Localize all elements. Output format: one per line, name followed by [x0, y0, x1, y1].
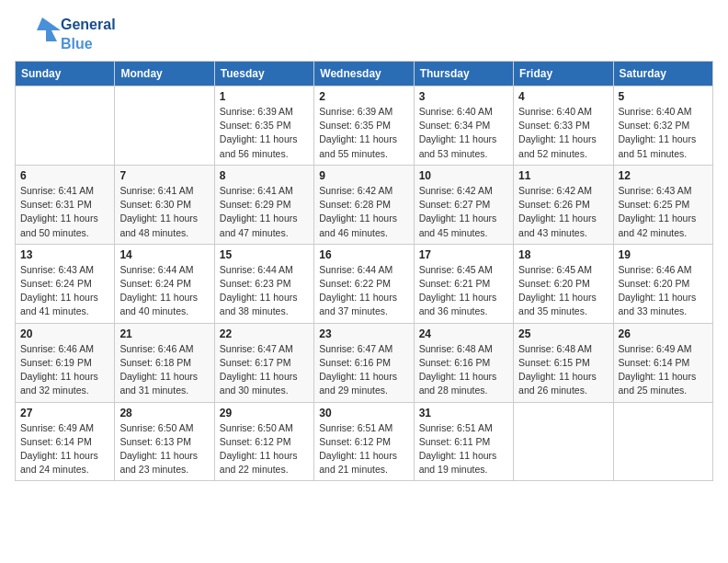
logo-svg: [15, 16, 61, 52]
day-cell: 22Sunrise: 6:47 AM Sunset: 6:17 PM Dayli…: [214, 323, 313, 402]
day-detail: Sunrise: 6:44 AM Sunset: 6:23 PM Dayligh…: [220, 263, 309, 319]
day-detail: Sunrise: 6:51 AM Sunset: 6:11 PM Dayligh…: [419, 421, 508, 477]
logo-general: General: [61, 17, 116, 32]
day-number: 30: [319, 407, 408, 419]
day-detail: Sunrise: 6:42 AM Sunset: 6:28 PM Dayligh…: [319, 184, 408, 240]
day-number: 23: [319, 327, 408, 340]
day-cell: 14Sunrise: 6:44 AM Sunset: 6:24 PM Dayli…: [115, 244, 214, 323]
calendar: SundayMondayTuesdayWednesdayThursdayFrid…: [15, 61, 713, 481]
day-number: 25: [518, 327, 608, 340]
header-cell-sunday: Sunday: [16, 62, 115, 86]
day-detail: Sunrise: 6:46 AM Sunset: 6:18 PM Dayligh…: [119, 342, 209, 398]
day-detail: Sunrise: 6:45 AM Sunset: 6:21 PM Dayligh…: [419, 263, 508, 319]
day-number: 21: [119, 327, 209, 340]
logo: GeneralBlue: [15, 15, 116, 53]
day-number: 22: [220, 327, 309, 340]
day-number: 7: [119, 169, 209, 182]
day-cell: 16Sunrise: 6:44 AM Sunset: 6:22 PM Dayli…: [314, 244, 414, 323]
day-detail: Sunrise: 6:46 AM Sunset: 6:19 PM Dayligh…: [20, 342, 109, 398]
day-number: 10: [419, 169, 508, 182]
day-number: 16: [319, 248, 408, 261]
day-detail: Sunrise: 6:50 AM Sunset: 6:13 PM Dayligh…: [119, 421, 209, 477]
day-cell: 10Sunrise: 6:42 AM Sunset: 6:27 PM Dayli…: [414, 165, 513, 244]
day-detail: Sunrise: 6:41 AM Sunset: 6:31 PM Dayligh…: [20, 184, 109, 240]
day-cell: 21Sunrise: 6:46 AM Sunset: 6:18 PM Dayli…: [115, 323, 214, 402]
day-cell: 26Sunrise: 6:49 AM Sunset: 6:14 PM Dayli…: [613, 323, 712, 402]
day-number: 19: [619, 248, 708, 261]
day-detail: Sunrise: 6:40 AM Sunset: 6:32 PM Dayligh…: [619, 105, 708, 161]
day-cell: 6Sunrise: 6:41 AM Sunset: 6:31 PM Daylig…: [16, 165, 115, 244]
day-detail: Sunrise: 6:47 AM Sunset: 6:16 PM Dayligh…: [319, 342, 408, 398]
day-number: 24: [419, 327, 508, 340]
header: GeneralBlue: [15, 15, 713, 53]
header-cell-monday: Monday: [115, 62, 214, 86]
day-cell: [115, 86, 214, 166]
day-cell: 1Sunrise: 6:39 AM Sunset: 6:35 PM Daylig…: [214, 86, 313, 166]
day-number: 14: [119, 248, 209, 261]
day-number: 6: [20, 169, 109, 182]
day-cell: 8Sunrise: 6:41 AM Sunset: 6:29 PM Daylig…: [214, 165, 313, 244]
day-cell: [613, 402, 712, 481]
day-cell: 27Sunrise: 6:49 AM Sunset: 6:14 PM Dayli…: [16, 402, 115, 481]
day-detail: Sunrise: 6:41 AM Sunset: 6:30 PM Dayligh…: [119, 184, 209, 240]
header-cell-friday: Friday: [514, 62, 613, 86]
day-cell: 5Sunrise: 6:40 AM Sunset: 6:32 PM Daylig…: [613, 86, 712, 166]
day-cell: 23Sunrise: 6:47 AM Sunset: 6:16 PM Dayli…: [314, 323, 414, 402]
week-row-3: 13Sunrise: 6:43 AM Sunset: 6:24 PM Dayli…: [16, 244, 713, 323]
day-detail: Sunrise: 6:42 AM Sunset: 6:26 PM Dayligh…: [518, 184, 608, 240]
day-number: 31: [419, 407, 508, 419]
week-row-5: 27Sunrise: 6:49 AM Sunset: 6:14 PM Dayli…: [16, 402, 713, 481]
day-cell: 20Sunrise: 6:46 AM Sunset: 6:19 PM Dayli…: [16, 323, 115, 402]
day-number: 3: [419, 90, 508, 103]
day-number: 20: [20, 327, 109, 340]
day-detail: Sunrise: 6:45 AM Sunset: 6:20 PM Dayligh…: [518, 263, 608, 319]
day-number: 2: [319, 90, 408, 103]
week-row-2: 6Sunrise: 6:41 AM Sunset: 6:31 PM Daylig…: [16, 165, 713, 244]
day-cell: 24Sunrise: 6:48 AM Sunset: 6:16 PM Dayli…: [414, 323, 513, 402]
header-cell-thursday: Thursday: [414, 62, 513, 86]
day-detail: Sunrise: 6:40 AM Sunset: 6:33 PM Dayligh…: [518, 105, 608, 161]
day-cell: 29Sunrise: 6:50 AM Sunset: 6:12 PM Dayli…: [214, 402, 313, 481]
day-number: 8: [220, 169, 309, 182]
day-detail: Sunrise: 6:44 AM Sunset: 6:22 PM Dayligh…: [319, 263, 408, 319]
day-cell: 31Sunrise: 6:51 AM Sunset: 6:11 PM Dayli…: [414, 402, 513, 481]
day-detail: Sunrise: 6:43 AM Sunset: 6:25 PM Dayligh…: [619, 184, 708, 240]
day-detail: Sunrise: 6:49 AM Sunset: 6:14 PM Dayligh…: [20, 421, 109, 477]
day-cell: 30Sunrise: 6:51 AM Sunset: 6:12 PM Dayli…: [314, 402, 414, 481]
calendar-header: SundayMondayTuesdayWednesdayThursdayFrid…: [16, 62, 713, 86]
header-cell-wednesday: Wednesday: [314, 62, 414, 86]
logo-blue: Blue: [61, 36, 93, 52]
day-cell: 18Sunrise: 6:45 AM Sunset: 6:20 PM Dayli…: [514, 244, 613, 323]
day-cell: 12Sunrise: 6:43 AM Sunset: 6:25 PM Dayli…: [613, 165, 712, 244]
day-number: 12: [619, 169, 708, 182]
day-number: 1: [220, 90, 309, 103]
day-number: 28: [119, 407, 209, 419]
day-cell: 4Sunrise: 6:40 AM Sunset: 6:33 PM Daylig…: [514, 86, 613, 166]
day-number: 11: [518, 169, 608, 182]
day-detail: Sunrise: 6:44 AM Sunset: 6:24 PM Dayligh…: [119, 263, 209, 319]
day-cell: 2Sunrise: 6:39 AM Sunset: 6:35 PM Daylig…: [314, 86, 414, 166]
header-cell-tuesday: Tuesday: [214, 62, 313, 86]
day-detail: Sunrise: 6:49 AM Sunset: 6:14 PM Dayligh…: [619, 342, 708, 398]
day-cell: 3Sunrise: 6:40 AM Sunset: 6:34 PM Daylig…: [414, 86, 513, 166]
calendar-body: 1Sunrise: 6:39 AM Sunset: 6:35 PM Daylig…: [16, 86, 713, 481]
day-number: 17: [419, 248, 508, 261]
week-row-4: 20Sunrise: 6:46 AM Sunset: 6:19 PM Dayli…: [16, 323, 713, 402]
day-number: 18: [518, 248, 608, 261]
day-detail: Sunrise: 6:48 AM Sunset: 6:16 PM Dayligh…: [419, 342, 508, 398]
day-cell: 25Sunrise: 6:48 AM Sunset: 6:15 PM Dayli…: [514, 323, 613, 402]
day-cell: 28Sunrise: 6:50 AM Sunset: 6:13 PM Dayli…: [115, 402, 214, 481]
day-number: 29: [220, 407, 309, 419]
day-cell: [16, 86, 115, 166]
day-number: 9: [319, 169, 408, 182]
day-cell: 17Sunrise: 6:45 AM Sunset: 6:21 PM Dayli…: [414, 244, 513, 323]
day-cell: 9Sunrise: 6:42 AM Sunset: 6:28 PM Daylig…: [314, 165, 414, 244]
day-number: 4: [518, 90, 608, 103]
day-detail: Sunrise: 6:39 AM Sunset: 6:35 PM Dayligh…: [319, 105, 408, 161]
day-detail: Sunrise: 6:46 AM Sunset: 6:20 PM Dayligh…: [619, 263, 708, 319]
day-number: 26: [619, 327, 708, 340]
day-cell: [514, 402, 613, 481]
day-detail: Sunrise: 6:43 AM Sunset: 6:24 PM Dayligh…: [20, 263, 109, 319]
header-row: SundayMondayTuesdayWednesdayThursdayFrid…: [16, 62, 713, 86]
day-cell: 19Sunrise: 6:46 AM Sunset: 6:20 PM Dayli…: [613, 244, 712, 323]
